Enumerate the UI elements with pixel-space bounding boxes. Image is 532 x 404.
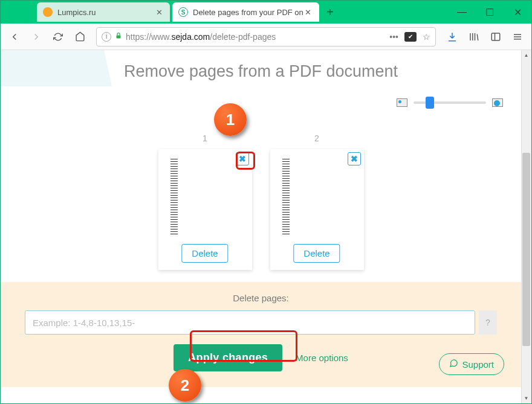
svg-rect-1: [491, 33, 500, 40]
page-number-label: 2: [314, 133, 319, 143]
nav-home-button[interactable]: [71, 28, 89, 46]
svg-rect-0: [117, 36, 121, 39]
annotation-callout-1: 1: [214, 103, 247, 136]
url-text: https://www.sejda.com/delete-pdf-pages: [126, 32, 386, 42]
thumbnail-preview: [170, 159, 178, 234]
browser-tab-active[interactable]: S Delete pages from your PDF on ✕: [172, 2, 319, 22]
tab-favicon: S: [178, 7, 188, 17]
nav-back-button[interactable]: [5, 28, 24, 46]
support-label: Support: [462, 359, 494, 370]
nav-reload-button[interactable]: [49, 28, 67, 46]
page-thumbnail[interactable]: ✖ Delete: [158, 149, 252, 270]
vertical-scrollbar[interactable]: ▲ ▼: [521, 50, 531, 403]
hero-decoration: Remove pages from a PDF document: [1, 50, 521, 86]
page-actions-icon[interactable]: •••: [389, 32, 398, 42]
sidebar-button[interactable]: [487, 28, 505, 46]
delete-page-button[interactable]: Delete: [181, 244, 228, 263]
page-thumbnail[interactable]: ✖ Delete: [270, 149, 364, 270]
nav-forward-button[interactable]: [27, 28, 45, 46]
thumbnail-preview: [282, 159, 290, 234]
site-info-icon[interactable]: i: [102, 32, 111, 42]
page-thumbnails-row: 1 ✖ Delete 2 ✖ Delete: [1, 109, 521, 282]
window-maximize-button[interactable]: ☐: [476, 1, 504, 24]
delete-page-button[interactable]: Delete: [293, 244, 340, 263]
pages-input[interactable]: [25, 310, 475, 335]
browser-tab-inactive[interactable]: Lumpics.ru ✕: [37, 2, 170, 22]
page-title: Remove pages from a PDF document: [1, 50, 521, 81]
menu-button[interactable]: [508, 28, 527, 46]
new-tab-button[interactable]: +: [322, 4, 339, 21]
downloads-button[interactable]: [443, 28, 461, 46]
bookmark-icon[interactable]: ☆: [423, 32, 430, 42]
reader-mode-icon[interactable]: ✔: [404, 32, 417, 42]
page-thumbnail-2: 2 ✖ Delete: [270, 133, 364, 270]
page-thumbnail-1: 1 ✖ Delete: [158, 133, 252, 270]
scroll-down-arrow[interactable]: ▼: [521, 393, 531, 403]
remove-page-button[interactable]: ✖: [348, 152, 361, 165]
help-button[interactable]: ?: [479, 310, 497, 335]
browser-tabbar: Lumpics.ru ✕ S Delete pages from your PD…: [1, 1, 531, 24]
scroll-up-arrow[interactable]: ▲: [521, 50, 531, 60]
tab-favicon: [43, 7, 53, 17]
zoom-toolbar: [1, 86, 521, 109]
slider-thumb[interactable]: [426, 97, 434, 109]
library-button[interactable]: [465, 28, 483, 46]
window-close-button[interactable]: ✕: [504, 1, 531, 24]
zoom-out-icon[interactable]: [397, 98, 407, 107]
close-icon[interactable]: ✕: [154, 7, 164, 17]
lock-icon: [115, 31, 122, 42]
window-minimize-button[interactable]: —: [448, 1, 476, 24]
page-number-label: 1: [203, 133, 207, 143]
scroll-thumb[interactable]: [522, 153, 530, 346]
support-button[interactable]: Support: [439, 353, 504, 375]
delete-pages-panel: Delete pages: ? Apply changes More optio…: [1, 282, 521, 387]
panel-label: Delete pages:: [25, 293, 497, 303]
address-bar[interactable]: i https://www.sejda.com/delete-pdf-pages…: [96, 27, 436, 46]
close-icon[interactable]: ✕: [303, 7, 313, 17]
tab-title: Delete pages from your PDF on: [193, 8, 303, 17]
more-options-link[interactable]: More options: [296, 353, 348, 363]
annotation-callout-2: 2: [169, 369, 201, 402]
page-content: ▲ ▼ Remove pages from a PDF document 1: [1, 50, 531, 403]
zoom-slider[interactable]: [414, 101, 486, 104]
remove-page-button[interactable]: ✖: [236, 152, 249, 165]
tab-title: Lumpics.ru: [57, 8, 154, 17]
apply-changes-button[interactable]: Apply changes: [174, 344, 282, 371]
chat-icon: [449, 359, 458, 370]
zoom-in-icon[interactable]: [492, 98, 503, 107]
browser-navbar: i https://www.sejda.com/delete-pdf-pages…: [1, 24, 531, 50]
